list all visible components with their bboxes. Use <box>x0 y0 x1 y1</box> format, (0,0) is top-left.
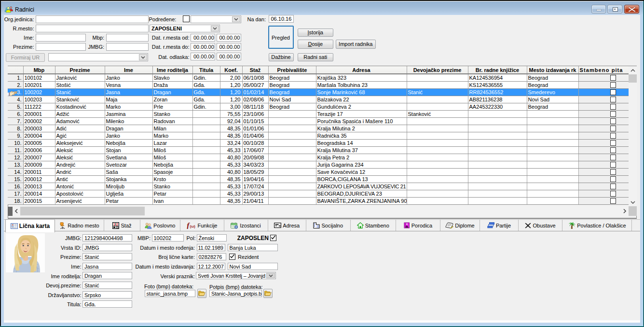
svg-text:(ω): (ω) <box>190 224 195 228</box>
svg-text:1: 1 <box>114 222 116 226</box>
svg-text:2: 2 <box>116 222 118 226</box>
